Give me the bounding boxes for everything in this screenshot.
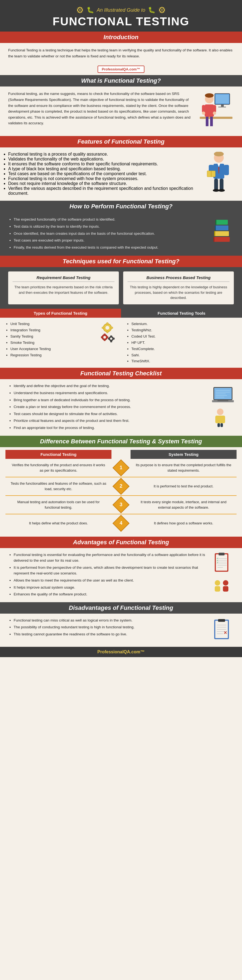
list-item: Test cases are based on the specificatio…: [8, 171, 202, 176]
bug-left-icon: 🐛: [87, 6, 94, 14]
list-item: Functional testing can miss critical as …: [14, 617, 208, 624]
tools-content: Selenium. TestingWhiz. Coded UI Test. HP…: [121, 318, 242, 368]
difference-label: Difference Between Functional Testing & …: [5, 438, 237, 445]
svg-text:✓: ✓: [216, 561, 219, 564]
technique-card-1: Business Process Based Testing This test…: [123, 272, 234, 304]
features-body: Functional testing is a process of quali…: [0, 148, 242, 201]
list-item: A type of black box testing and specific…: [8, 167, 202, 171]
svg-rect-29: [215, 226, 228, 231]
logo-badge: ProfessionalQA.com™: [98, 65, 145, 73]
page-wrapper: ⚙ 🐛 An Illustrated Guide to 🐛 ⚙ FUNCTION…: [0, 0, 242, 657]
advantages-illustration: ✓ ✓ ✓: [212, 552, 234, 594]
technique-body-0: The team prioritizes the requirements ba…: [13, 285, 114, 295]
svg-rect-43: [104, 334, 106, 336]
technique-card-0: Requirement Based Testing The team prior…: [8, 272, 119, 304]
svg-rect-51: [108, 338, 109, 339]
list-item: Functional testing is essential for eval…: [14, 552, 208, 563]
list-item: TestComplete.: [131, 346, 237, 352]
svg-rect-31: [213, 237, 215, 242]
features-header: Features of Functional Testing: [0, 136, 242, 148]
disadvantages-header: Disadvantages of Functional Testing: [0, 602, 242, 614]
svg-rect-37: [107, 323, 108, 325]
list-item: Once identified, the team creates input …: [14, 231, 208, 237]
svg-rect-6: [205, 105, 214, 117]
features-svg: [207, 152, 231, 195]
svg-rect-45: [101, 336, 103, 338]
svg-rect-38: [107, 331, 108, 333]
svg-rect-3: [218, 107, 226, 107]
list-item: Identify and define the objective and th…: [14, 383, 208, 389]
list-item: Enhances the quality of the software pro…: [14, 591, 208, 597]
advantages-text: Functional testing is essential for eval…: [8, 552, 208, 598]
advantages-header: Advantages of Functional Testing: [0, 537, 242, 548]
svg-text:✕: ✕: [223, 630, 227, 635]
features-label: Features of Functional Testing: [5, 138, 237, 145]
checklist-text: Identify and define the objective and th…: [8, 383, 208, 432]
diff-row-3: Manual testing and automation tools can …: [5, 496, 237, 514]
list-item: It helps improve actual system usage.: [14, 584, 208, 590]
diff-system-header: System Testing: [131, 450, 237, 459]
svg-rect-40: [111, 327, 113, 329]
types-tools-section: Types of Functional Testing Unit Testing…: [0, 309, 242, 368]
disadvantages-illustration: ✕: [212, 617, 234, 643]
diff-row-1: Verifies the functionality of the produc…: [5, 459, 237, 477]
diff-diamond-3: 3: [111, 496, 131, 514]
how-to-list: The expected functionality of the softwa…: [8, 216, 208, 251]
svg-rect-65: [221, 423, 223, 427]
introduction-body: Functional Testing is a testing techniqu…: [0, 43, 242, 64]
svg-rect-78: [215, 586, 220, 592]
diff-diamond-1: 1: [111, 459, 131, 477]
svg-rect-12: [206, 117, 208, 126]
svg-rect-11: [200, 117, 232, 119]
svg-rect-30: [215, 220, 228, 225]
types-content: Unit Testing Integration Testing Sanity …: [0, 318, 121, 362]
notepad-svg: ✕: [212, 617, 231, 642]
diff-sys-text-4: It defines how good a software works.: [131, 514, 237, 532]
list-item: The expected functionality of the softwa…: [14, 216, 208, 223]
header-title: FUNCTIONAL TESTING: [5, 15, 237, 28]
advantages-list: Functional testing is essential for eval…: [8, 552, 208, 597]
techniques-body: Requirement Based Testing The team prior…: [0, 267, 242, 309]
list-item: Functional testing is a process of quali…: [8, 152, 202, 157]
difference-header: Difference Between Functional Testing & …: [0, 436, 242, 447]
diff-row-2: Tests the functionalities and features o…: [5, 477, 237, 495]
list-item: Sanity Testing: [10, 334, 96, 340]
bug-right-icon: 🐛: [148, 6, 155, 14]
list-item: User Acceptance Testing: [10, 346, 96, 352]
svg-point-62: [217, 409, 223, 415]
technique-title-1: Business Process Based Testing: [128, 275, 229, 282]
svg-rect-39: [102, 327, 104, 329]
diff-func-text-4: It helps define what the product does.: [5, 514, 111, 532]
svg-rect-44: [104, 339, 106, 341]
svg-rect-8: [213, 105, 216, 113]
people-svg: [212, 579, 231, 593]
techniques-grid: Requirement Based Testing The team prior…: [8, 272, 234, 304]
what-is-illustration: [199, 91, 234, 132]
list-item: It ensures that the software conforms to…: [8, 162, 202, 167]
list-item: Test data is utilized by the team to ide…: [14, 224, 208, 229]
how-to-illustration: [212, 216, 234, 245]
list-item: Sahi.: [131, 352, 237, 358]
types-header: Types of Functional Testing: [0, 309, 121, 318]
svg-point-5: [205, 93, 214, 98]
technique-body-1: This testing is highly dependent on the …: [128, 285, 229, 301]
svg-rect-24: [220, 179, 223, 190]
svg-rect-13: [210, 117, 213, 126]
diff-functional-header: Functional Testing: [5, 450, 111, 459]
tools-col: Functional Testing Tools Selenium. Testi…: [121, 309, 242, 368]
svg-point-77: [215, 580, 220, 585]
diff-row-4: It helps define what the product does. 4…: [5, 514, 237, 532]
footer-logo: ProfessionalQA.com™: [3, 649, 239, 654]
list-item: Test cases should be designed to stimula…: [14, 411, 208, 417]
list-item: Bring together a team of dedicated indiv…: [14, 397, 208, 403]
checklist-list: Identify and define the objective and th…: [8, 383, 208, 431]
how-to-label: How to Perform Functional Testing?: [5, 203, 237, 210]
list-item: Does not require internal knowledge of t…: [8, 181, 202, 186]
list-item: Integration Testing: [10, 327, 96, 334]
disadvantages-body: Functional testing can miss critical as …: [0, 614, 242, 647]
diff-diamond-2: 2: [111, 477, 131, 495]
svg-rect-68: [219, 553, 224, 555]
logo-badge-section: ProfessionalQA.com™: [0, 64, 242, 75]
diff-func-text-1: Verifies the functionality of the produc…: [5, 459, 111, 477]
svg-point-42: [103, 336, 106, 339]
